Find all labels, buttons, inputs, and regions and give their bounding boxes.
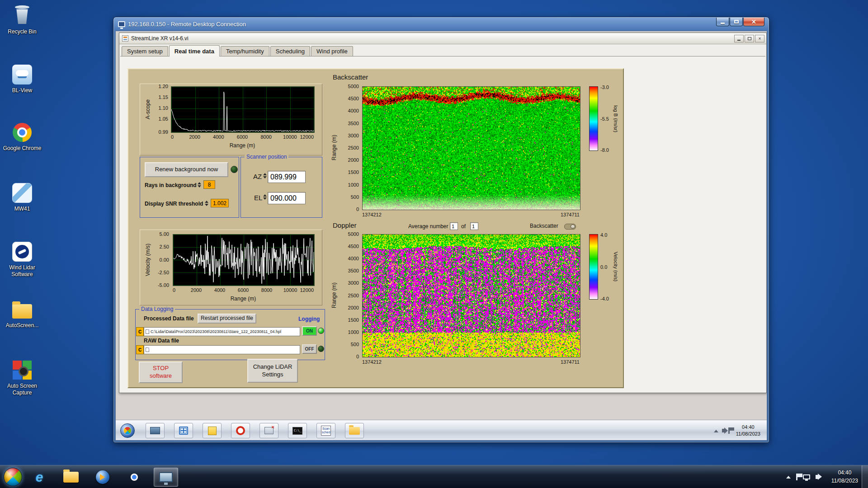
remote-taskbar: C:\_ Scan sched 04:40 11/08: [116, 420, 767, 440]
tab-wind-profile[interactable]: Wind profile: [311, 46, 353, 56]
snr-spinner[interactable]: [204, 199, 209, 207]
scanner-position-group: Scanner position: [241, 157, 322, 218]
tick-label: 2000: [348, 305, 359, 310]
remote-taskbar-item-explorer[interactable]: [146, 423, 165, 438]
remote-taskbar-item-scan-scheduler[interactable]: Scan sched: [316, 423, 335, 438]
remote-action-center-icon[interactable]: [728, 427, 730, 434]
tab-scheduling[interactable]: Scheduling: [270, 46, 310, 56]
el-value-field[interactable]: 090.000: [268, 192, 306, 204]
rays-value[interactable]: 8: [203, 180, 215, 189]
tab-real-time-data[interactable]: Real time data: [169, 45, 220, 56]
raw-data-file-field[interactable]: [144, 345, 300, 354]
average-of-label: of: [461, 223, 466, 230]
tick-label: 12000: [300, 287, 314, 293]
backscatter-toggle[interactable]: [564, 224, 576, 230]
taskbar-item-explorer[interactable]: [59, 468, 83, 487]
az-spinner[interactable]: [262, 171, 267, 180]
app-restore-button[interactable]: [745, 35, 754, 42]
taskbar-item-remote-desktop-active[interactable]: [154, 468, 178, 487]
backscatter-section-title: Backscatter: [333, 73, 368, 81]
doppler-y-ticks: 5000450040003500300025002000150010005000: [338, 234, 360, 357]
desktop-icon-label: MW41: [3, 206, 42, 212]
az-value-field[interactable]: 089.999: [268, 171, 306, 183]
doppler-heatmap[interactable]: [362, 234, 580, 357]
bl-view-icon: [10, 63, 34, 86]
rdp-minimize-button[interactable]: [716, 18, 729, 26]
tick-label: 8000: [260, 134, 271, 140]
taskbar-item-media-player[interactable]: [90, 468, 115, 487]
show-desktop-button[interactable]: [862, 465, 868, 488]
taskbar-item-internet-explorer[interactable]: e: [27, 468, 52, 487]
chrome-icon: [10, 121, 34, 144]
tick-label: 500: [351, 342, 359, 347]
clock-date: 11/08/2023: [831, 477, 858, 485]
taskbar-clock[interactable]: 04:40 11/08/2023: [831, 465, 858, 488]
raw-drive-badge[interactable]: C: [136, 345, 144, 354]
ascope-plot[interactable]: [171, 86, 315, 133]
volume-icon[interactable]: [816, 475, 818, 479]
rays-spinner[interactable]: [197, 180, 202, 189]
app-titlebar[interactable]: StreamLine XR v14-6.vi ×: [119, 33, 766, 44]
rdp-titlebar[interactable]: 192.168.0.150 - Remote Desktop Connectio…: [113, 17, 769, 31]
tick-label: 1374212: [362, 212, 382, 217]
backscatter-heatmap[interactable]: [362, 86, 580, 210]
desktop-icon-mw41[interactable]: MW41: [3, 182, 42, 212]
raw-logging-off-switch[interactable]: OFF: [302, 344, 317, 354]
toggle-knob: [571, 225, 575, 229]
desktop-icon-label: Auto Screen Capture: [3, 383, 42, 396]
remote-tray-expand-icon[interactable]: [714, 427, 718, 432]
decrement-icon: [263, 197, 267, 200]
remote-taskbar-item-command-prompt[interactable]: C:\_: [288, 423, 307, 438]
tray-expand-icon[interactable]: [786, 474, 791, 479]
remote-taskbar-item-notes[interactable]: [203, 423, 222, 438]
change-button-line2: Settings: [262, 371, 283, 379]
velocity-plot[interactable]: [173, 234, 315, 286]
tab-temp-humidity[interactable]: Temp/humidity: [221, 46, 269, 56]
tick-label: -5.5: [600, 116, 609, 122]
stop-software-button[interactable]: STOP software: [139, 361, 183, 383]
remote-start-button[interactable]: [120, 423, 135, 438]
tick-label: 500: [351, 194, 359, 200]
action-center-icon[interactable]: [796, 474, 797, 480]
remote-taskbar-item-power-tool[interactable]: [231, 423, 250, 438]
desktop-icon-wind-lidar[interactable]: Wind Lidar Software: [3, 240, 42, 278]
desktop-icon-label: BL-View: [3, 87, 42, 94]
backscatter-toggle-label: Backscatter: [530, 223, 558, 229]
desktop-icon-google-chrome[interactable]: Google Chrome: [3, 121, 42, 152]
renew-background-button[interactable]: Renew background now: [145, 162, 228, 177]
backscatter-canvas: [363, 87, 580, 210]
tick-label: 1374711: [561, 212, 580, 217]
processed-logging-on-switch[interactable]: ON: [302, 326, 317, 336]
app-minimize-button[interactable]: [734, 35, 744, 42]
tick-label: -2.50: [158, 270, 169, 275]
remote-taskbar-item-app-blue[interactable]: [174, 423, 193, 438]
tick-label: 2000: [348, 157, 359, 163]
remote-taskbar-item-folder[interactable]: [345, 423, 364, 438]
remote-desktop-icon: [159, 472, 173, 482]
rdp-restore-button[interactable]: [730, 18, 743, 26]
file-icon: [146, 329, 149, 334]
network-icon[interactable]: [803, 474, 810, 479]
average-total-field[interactable]: 1: [470, 222, 478, 230]
start-button[interactable]: [4, 468, 22, 486]
processed-data-file-field[interactable]: C:\Lidar\Data\Proc\2023\202308\20230811\…: [144, 327, 300, 336]
tab-system-setup[interactable]: System setup: [122, 46, 168, 56]
taskbar-item-chrome[interactable]: [122, 468, 146, 487]
remote-clock[interactable]: 04:40 11/08/2023: [733, 424, 763, 437]
desktop-icon-bl-view[interactable]: BL-View: [3, 63, 42, 94]
remote-volume-icon[interactable]: [722, 429, 725, 432]
average-number-field[interactable]: 1: [450, 222, 458, 230]
change-lidar-settings-button[interactable]: Change LiDAR Settings: [247, 359, 298, 383]
desktop-icon-autoscreen[interactable]: AutoScreen...: [3, 298, 42, 329]
restart-processed-file-button[interactable]: Restart processed file: [198, 314, 256, 324]
desktop-icon-recycle-bin[interactable]: Recycle Bin: [3, 5, 42, 35]
snr-value[interactable]: 1.002: [211, 199, 229, 207]
app-close-button[interactable]: ×: [755, 35, 764, 42]
tick-label: 4000: [348, 256, 359, 261]
processed-drive-badge[interactable]: C: [136, 327, 144, 336]
remote-taskbar-item-app-window[interactable]: [259, 423, 278, 438]
el-spinner[interactable]: [262, 192, 267, 201]
desktop-icon-auto-screen-capture[interactable]: Auto Screen Capture: [3, 359, 42, 396]
rdp-close-button[interactable]: ✕: [743, 18, 764, 26]
clock-time: 04:40: [838, 469, 851, 477]
